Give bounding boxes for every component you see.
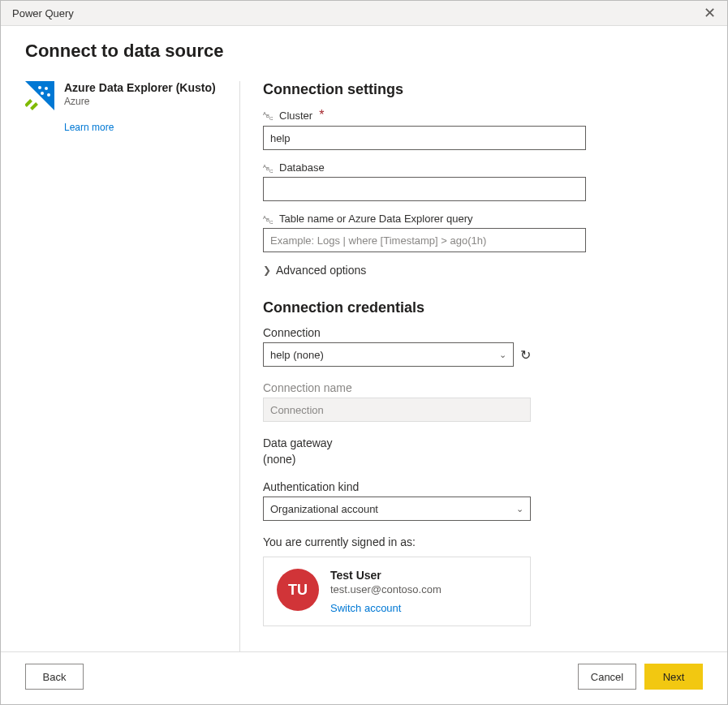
user-name: Test User (330, 569, 442, 582)
query-input[interactable] (263, 228, 586, 252)
signed-in-row: You are currently signed in as: TU Test … (263, 535, 586, 626)
connection-value: help (none) (270, 349, 324, 361)
advanced-options-label: Advanced options (276, 264, 366, 277)
auth-kind-label: Authentication kind (263, 480, 586, 493)
chevron-right-icon: ❯ (263, 264, 271, 276)
connector-text: Azure Data Explorer (Kusto) Azure (64, 81, 216, 107)
connection-name-input (263, 398, 531, 422)
advanced-options-toggle[interactable]: ❯ Advanced options (263, 264, 586, 277)
page-title: Connect to data source (25, 41, 703, 62)
connection-select[interactable]: help (none) ⌄ (263, 342, 514, 367)
titlebar-title: Power Query (12, 7, 74, 19)
next-button[interactable]: Next (644, 664, 703, 690)
learn-more-link[interactable]: Learn more (64, 122, 114, 133)
query-label: Table name or Azure Data Explorer query (279, 213, 472, 225)
gateway-row: Data gateway (none) (263, 436, 586, 466)
svg-point-4 (47, 93, 50, 97)
connector-name: Azure Data Explorer (Kusto) (64, 81, 216, 94)
page-header: Connect to data source (1, 26, 727, 70)
cluster-label: Cluster (279, 110, 312, 122)
footer: Back Cancel Next (1, 651, 727, 704)
database-row: ABC Database (263, 161, 586, 201)
cancel-button[interactable]: Cancel (578, 664, 636, 690)
connection-label: Connection (263, 326, 586, 339)
svg-rect-5 (25, 99, 32, 107)
body: Azure Data Explorer (Kusto) Azure Learn … (1, 70, 727, 651)
left-pane: Azure Data Explorer (Kusto) Azure Learn … (25, 81, 240, 651)
user-card: TU Test User test.user@contoso.com Switc… (263, 557, 531, 626)
text-type-icon: ABC (263, 214, 274, 224)
query-row: ABC Table name or Azure Data Explorer qu… (263, 213, 586, 252)
connector-summary: Azure Data Explorer (Kusto) Azure (25, 81, 223, 110)
user-info: Test User test.user@contoso.com Switch a… (330, 569, 442, 614)
text-type-icon: ABC (263, 110, 274, 120)
section-connection-settings: Connection settings (263, 81, 703, 98)
database-input[interactable] (263, 177, 586, 201)
required-indicator: * (319, 108, 324, 123)
connection-row: Connection help (none) ⌄ ↻ (263, 326, 586, 367)
refresh-icon[interactable]: ↻ (520, 347, 531, 363)
connector-category: Azure (64, 96, 216, 107)
auth-kind-row: Authentication kind Organizational accou… (263, 480, 586, 521)
database-label: Database (279, 161, 325, 174)
chevron-down-icon: ⌄ (516, 504, 523, 514)
svg-text:C: C (269, 220, 274, 224)
cluster-input[interactable] (263, 126, 586, 150)
connection-name-row: Connection name (263, 381, 586, 422)
close-icon[interactable]: ✕ (700, 6, 719, 20)
svg-text:C: C (269, 169, 274, 173)
cluster-row: ABC Cluster * (263, 108, 586, 150)
gateway-label: Data gateway (263, 436, 586, 449)
user-email: test.user@contoso.com (330, 583, 442, 595)
avatar: TU (277, 569, 319, 611)
svg-point-1 (38, 86, 41, 89)
titlebar: Power Query ✕ (1, 1, 727, 26)
chevron-down-icon: ⌄ (499, 350, 506, 360)
svg-point-3 (41, 92, 44, 95)
back-button[interactable]: Back (25, 664, 84, 690)
auth-kind-value: Organizational account (270, 503, 378, 515)
section-connection-credentials: Connection credentials (263, 299, 703, 316)
svg-rect-6 (30, 102, 38, 110)
connection-name-label: Connection name (263, 381, 586, 394)
svg-point-2 (45, 87, 48, 90)
footer-right: Cancel Next (578, 664, 703, 690)
auth-kind-select[interactable]: Organizational account ⌄ (263, 497, 531, 521)
svg-text:C: C (269, 116, 274, 120)
gateway-value: (none) (263, 453, 586, 466)
switch-account-link[interactable]: Switch account (330, 602, 442, 614)
signed-in-label: You are currently signed in as: (263, 535, 586, 548)
text-type-icon: ABC (263, 163, 274, 173)
azure-data-explorer-icon (25, 81, 54, 110)
right-pane: Connection settings ABC Cluster * ABC Da… (240, 81, 703, 651)
